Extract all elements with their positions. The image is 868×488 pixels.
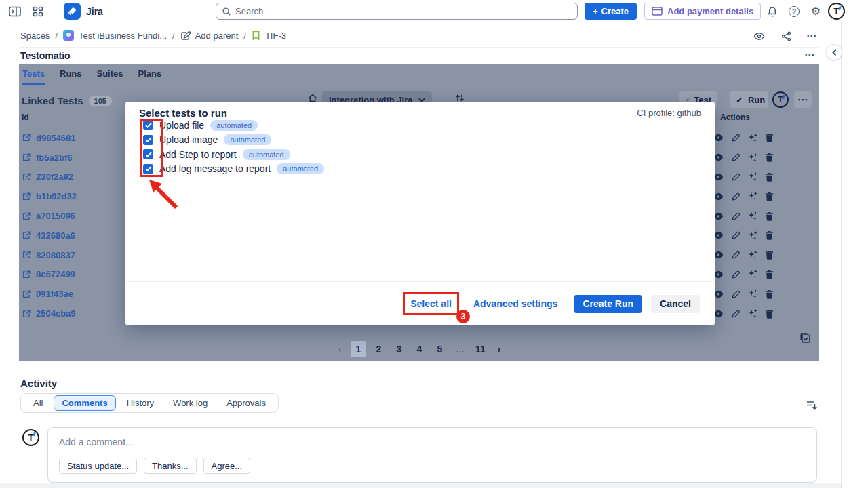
- pagination-page[interactable]: 4: [412, 341, 427, 357]
- view-eye-icon[interactable]: [713, 191, 724, 201]
- search-input[interactable]: [235, 6, 572, 16]
- edit-pencil-icon[interactable]: [730, 152, 741, 163]
- breadcrumb-issue[interactable]: TIF-3: [252, 30, 286, 41]
- delete-trash-icon[interactable]: [764, 171, 774, 182]
- checkbox-checked[interactable]: [143, 135, 153, 145]
- jira-logo[interactable]: Jira: [64, 3, 103, 20]
- advanced-settings-link[interactable]: Advanced settings: [473, 298, 557, 309]
- breadcrumb-spaces[interactable]: Spaces: [20, 30, 50, 41]
- panel-tab-runs[interactable]: Runs: [59, 68, 83, 85]
- activity-tab-approvals[interactable]: Approvals: [218, 395, 274, 411]
- delete-trash-icon[interactable]: [764, 191, 774, 201]
- ai-sparkles-icon[interactable]: [747, 308, 757, 319]
- activity-tab-work-log[interactable]: Work log: [165, 395, 216, 411]
- add-payment-details-button[interactable]: Add payment details: [644, 3, 761, 20]
- test-id-link[interactable]: b1b92d32: [36, 191, 77, 201]
- edit-pencil-icon[interactable]: [730, 289, 741, 299]
- edit-pencil-icon[interactable]: [730, 133, 741, 143]
- delete-trash-icon[interactable]: [764, 133, 774, 143]
- edit-pencil-icon[interactable]: [730, 269, 741, 279]
- test-id-link[interactable]: 82080837: [36, 250, 75, 260]
- ai-sparkles-icon[interactable]: [747, 230, 757, 241]
- panel-more-icon[interactable]: ⋯: [804, 49, 815, 61]
- panel-tab-suites[interactable]: Suites: [96, 68, 124, 85]
- edit-pencil-icon[interactable]: [730, 250, 741, 260]
- create-run-button[interactable]: Create Run: [574, 295, 642, 313]
- test-id-link[interactable]: fb5a2bf6: [36, 152, 72, 163]
- notifications-bell-icon[interactable]: [766, 5, 779, 18]
- ai-sparkles-icon[interactable]: [747, 250, 757, 260]
- comment-input[interactable]: Add a comment...: [59, 436, 134, 447]
- pagination-prev-icon[interactable]: ‹: [334, 344, 346, 354]
- delete-trash-icon[interactable]: [764, 308, 774, 319]
- view-eye-icon[interactable]: [713, 211, 724, 221]
- breadcrumb-add-parent[interactable]: Add parent: [180, 30, 239, 41]
- ai-sparkles-icon[interactable]: [747, 289, 757, 299]
- checkbox-checked[interactable]: [143, 149, 153, 159]
- ai-sparkles-icon[interactable]: [747, 171, 757, 182]
- ai-sparkles-icon[interactable]: [747, 211, 757, 221]
- panel-tab-plans[interactable]: Plans: [138, 68, 163, 85]
- pagination-page[interactable]: 11: [473, 341, 488, 357]
- view-eye-icon[interactable]: [713, 289, 724, 299]
- table-more-icon[interactable]: ⋯: [794, 92, 812, 108]
- user-avatar[interactable]: T: [828, 3, 845, 20]
- view-eye-icon[interactable]: [713, 230, 724, 241]
- activity-tab-history[interactable]: History: [119, 395, 162, 411]
- test-id-link[interactable]: d9854681: [36, 133, 76, 143]
- delete-trash-icon[interactable]: [764, 211, 774, 221]
- pagination-page[interactable]: 3: [391, 341, 407, 357]
- quick-reply-button[interactable]: Thanks...: [144, 458, 196, 474]
- test-id-link[interactable]: 2504cba9: [36, 308, 76, 319]
- run-button[interactable]: ✓ Run: [730, 92, 768, 108]
- activity-sort-icon[interactable]: [806, 399, 818, 411]
- edit-pencil-icon[interactable]: [730, 191, 741, 201]
- share-icon[interactable]: [776, 28, 796, 43]
- activity-tab-comments[interactable]: Comments: [54, 395, 115, 411]
- delete-trash-icon[interactable]: [764, 230, 774, 241]
- edit-pencil-icon[interactable]: [730, 230, 741, 241]
- select-tests-icon[interactable]: [799, 331, 812, 344]
- comment-box[interactable]: Add a comment... Status update...Thanks.…: [47, 427, 817, 483]
- edit-pencil-icon[interactable]: [730, 211, 741, 221]
- ai-sparkles-icon[interactable]: [747, 269, 757, 279]
- panel-tab-tests[interactable]: Tests: [22, 68, 45, 85]
- pagination-page[interactable]: 2: [371, 341, 387, 357]
- delete-trash-icon[interactable]: [764, 152, 774, 163]
- quick-reply-button[interactable]: Agree...: [203, 458, 251, 474]
- test-id-link[interactable]: 230f2a92: [36, 171, 73, 182]
- delete-trash-icon[interactable]: [764, 289, 774, 299]
- app-switcher-icon[interactable]: [31, 5, 45, 18]
- view-eye-icon[interactable]: [713, 269, 724, 279]
- activity-tab-all[interactable]: All: [25, 395, 51, 411]
- create-button[interactable]: + Create: [585, 3, 637, 20]
- delete-trash-icon[interactable]: [764, 269, 774, 279]
- collapse-panel-button[interactable]: [826, 44, 842, 60]
- watch-eye-icon[interactable]: [749, 28, 769, 43]
- view-eye-icon[interactable]: [713, 133, 724, 143]
- test-id-link[interactable]: 8c672499: [36, 269, 75, 279]
- breadcrumb-space[interactable]: Test iBusiness Fundi...: [63, 30, 167, 41]
- quick-reply-button[interactable]: Status update...: [59, 458, 137, 474]
- pagination-page[interactable]: 1: [351, 341, 366, 357]
- test-id-link[interactable]: 091f43ae: [36, 289, 73, 299]
- pagination-next-icon[interactable]: ›: [493, 344, 505, 354]
- testomatio-logo[interactable]: T: [772, 92, 789, 108]
- select-all-link[interactable]: Select all: [410, 298, 452, 309]
- pagination-page[interactable]: 5: [432, 341, 448, 357]
- cancel-button[interactable]: Cancel: [651, 295, 700, 313]
- edit-pencil-icon[interactable]: [730, 171, 741, 182]
- delete-trash-icon[interactable]: [764, 250, 774, 260]
- global-search[interactable]: [216, 3, 578, 20]
- view-eye-icon[interactable]: [713, 152, 724, 163]
- settings-gear-icon[interactable]: ⚙: [809, 5, 823, 18]
- more-actions-icon[interactable]: ⋯: [802, 28, 822, 43]
- edit-pencil-icon[interactable]: [730, 308, 741, 319]
- sidebar-toggle-icon[interactable]: [8, 5, 22, 18]
- test-id-link[interactable]: 432680a6: [36, 230, 75, 241]
- ai-sparkles-icon[interactable]: [747, 191, 757, 201]
- view-eye-icon[interactable]: [713, 308, 724, 319]
- view-eye-icon[interactable]: [713, 171, 724, 182]
- ai-sparkles-icon[interactable]: [747, 152, 757, 163]
- checkbox-checked[interactable]: [143, 164, 153, 174]
